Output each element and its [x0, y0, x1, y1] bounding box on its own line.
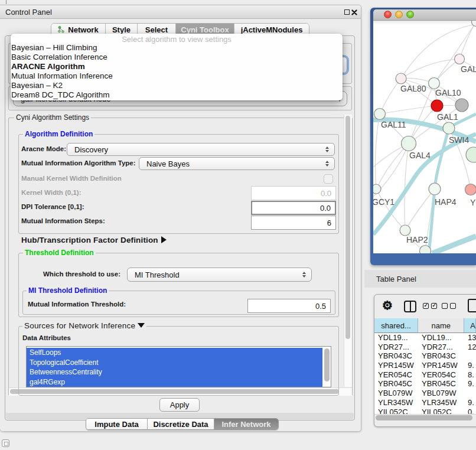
table-cell: YPR145W — [419, 361, 467, 370]
attribute-list-item[interactable]: gal4RGexp — [27, 377, 322, 387]
hub-expand-arrow-icon[interactable] — [161, 236, 167, 243]
network-edge-highlighted[interactable] — [373, 134, 476, 234]
algorithm-option[interactable]: Dream8 DC_TDC Algorithm — [11, 90, 110, 100]
node-gal80[interactable] — [396, 73, 406, 84]
network-icon — [58, 26, 65, 33]
network-edge-highlighted[interactable] — [432, 236, 476, 253]
settings-vscrollbar-thumb[interactable] — [345, 116, 350, 339]
which-threshold-value: MI Threshold — [135, 270, 180, 279]
deselect-all-icon[interactable] — [442, 303, 456, 309]
select-all-icon[interactable] — [423, 303, 437, 309]
minimize-traffic-light[interactable] — [395, 11, 403, 18]
data-attributes-list[interactable]: SelfLoopsTopologicalCoefficientBetweenne… — [26, 346, 331, 387]
network-canvas[interactable]: GAL7GAL80GAL10GAL1GAL11SWI4GAL4GCY1HAP4Y… — [373, 21, 476, 253]
corner-grip-icon[interactable] — [2, 439, 9, 447]
table-cell: YDL19... — [374, 333, 419, 343]
columns-icon[interactable] — [404, 301, 416, 312]
which-threshold-combo[interactable]: MI Threshold — [127, 268, 312, 282]
which-threshold-label: Which threshold to use: — [43, 270, 120, 278]
table-cell: YER054C — [374, 370, 419, 380]
mi-steps-field[interactable]: 6 — [251, 216, 336, 230]
node-gray[interactable] — [455, 99, 468, 112]
table-cell: 8. — [467, 370, 476, 380]
node-gcy1[interactable] — [373, 184, 381, 194]
new-table-icon[interactable] — [468, 299, 476, 312]
close-traffic-light[interactable] — [384, 11, 392, 18]
node-gal4[interactable] — [402, 136, 416, 151]
column-header-3[interactable]: A — [464, 318, 476, 332]
table-cell: YBR043C — [374, 351, 419, 361]
table-row[interactable]: YDR27...YDR27...12 — [374, 343, 476, 352]
node-right-partial[interactable] — [466, 147, 476, 162]
node-hap4[interactable] — [429, 183, 441, 195]
tab-infer-network[interactable]: Infer Network — [214, 419, 278, 429]
dpi-tolerance-field[interactable]: 0.0 — [251, 201, 336, 215]
table-row[interactable]: YER054CYER054C8. — [374, 370, 476, 380]
algorithm-option[interactable]: ARACNE Algorithm — [11, 62, 85, 71]
table-row[interactable]: YBR043CYBR043C — [374, 351, 476, 361]
attr-list-scrollbar-track[interactable] — [323, 347, 331, 387]
column-header-shared[interactable]: shared... — [374, 318, 418, 332]
node-swi4[interactable] — [443, 122, 455, 134]
node-label-gal10: GAL10 — [435, 88, 461, 97]
node-hap2[interactable] — [400, 225, 410, 236]
algorithm-option[interactable]: Bayesian – Hill Climbing — [11, 43, 97, 53]
algorithm-select-popup: Select algorithm to view settings Bayesi… — [11, 34, 343, 100]
node-label-y: Y — [470, 198, 476, 207]
algorithm-option[interactable]: Bayesian – K2 — [11, 81, 63, 90]
mi-threshold-field[interactable]: 0.5 — [247, 299, 331, 313]
node-gal10[interactable] — [429, 78, 440, 89]
column-header-name[interactable]: name — [418, 318, 464, 332]
tab-discretize-data[interactable]: Discretize Data — [148, 419, 214, 429]
node-top-partial[interactable] — [472, 21, 476, 27]
gear-icon[interactable]: ⚙ — [382, 299, 393, 312]
float-icon[interactable] — [344, 9, 350, 15]
node-salmon[interactable] — [465, 184, 476, 195]
attribute-list-item[interactable]: BetweennessCentrality — [27, 367, 322, 377]
network-edge[interactable] — [434, 22, 476, 83]
table-row[interactable]: YIL052CYIL052C0. — [374, 407, 476, 415]
tab-cyni-toolbox-label: Cyni Toolbox — [181, 25, 229, 34]
mi-threshold-label: Mutual Information Threshold: — [28, 301, 126, 308]
sources-collapse-arrow-icon[interactable] — [138, 323, 145, 328]
attr-list-scrollbar-thumb[interactable] — [324, 348, 330, 381]
table-row[interactable]: YBL079WYBL079W — [374, 389, 476, 398]
node-label-gcy1: GCY1 — [373, 197, 395, 207]
table-cell: 9. — [467, 361, 476, 370]
tab-style-label: Style — [112, 25, 131, 34]
node-gal1[interactable] — [431, 100, 443, 112]
table-hscrollbar-thumb[interactable] — [376, 415, 472, 420]
node-gal7[interactable] — [455, 54, 465, 64]
network-edge[interactable] — [380, 79, 401, 114]
zoom-traffic-light[interactable] — [406, 11, 414, 18]
kernel-width-field[interactable]: 0.0 — [251, 186, 336, 200]
algorithm-option[interactable]: Basic Correlation Inference — [11, 53, 107, 62]
network-edge[interactable] — [380, 106, 437, 114]
threshold-definition-title: Threshold Definition — [23, 249, 96, 256]
node-bottom-partial[interactable] — [420, 246, 431, 254]
network-edge[interactable] — [376, 144, 409, 189]
tab-impute-data[interactable]: Impute Data — [86, 419, 148, 429]
apply-button[interactable]: Apply — [159, 398, 200, 412]
network-edge[interactable] — [375, 114, 380, 189]
node-gal11[interactable] — [374, 109, 386, 120]
tab-jactivemnodules-label: jActiveMNodules — [241, 25, 303, 34]
table-cell — [467, 351, 476, 361]
table-row[interactable]: YBR045CYBR045C9. — [374, 379, 476, 389]
manual-kernel-width-checkbox[interactable] — [324, 174, 333, 184]
aracne-mode-combo[interactable]: Discovery — [67, 143, 335, 156]
algorithm-option[interactable]: Mutual Information Inference — [11, 71, 113, 81]
table-cell: YIL052C — [374, 407, 419, 415]
table-cell: YER054C — [419, 370, 467, 380]
table-header-row: shared... name A — [374, 318, 476, 333]
mi-algorithm-type-combo[interactable]: Naive Bayes — [139, 157, 335, 170]
table-row[interactable]: YDL19...YDL19...13 — [374, 333, 476, 343]
attribute-list-item[interactable]: TopologicalCoefficient — [27, 358, 322, 368]
bottom-tabs: Impute Data Discretize Data Infer Networ… — [86, 418, 279, 430]
aracne-mode-label: Aracne Mode: — [21, 145, 66, 152]
network-edge[interactable] — [401, 59, 459, 79]
table-row[interactable]: YPR145WYPR145W9. — [374, 361, 476, 370]
close-icon[interactable] — [351, 9, 357, 15]
table-row[interactable]: YLR345WYLR345W9. — [374, 398, 476, 407]
attribute-list-item[interactable]: SelfLoops — [27, 348, 322, 358]
